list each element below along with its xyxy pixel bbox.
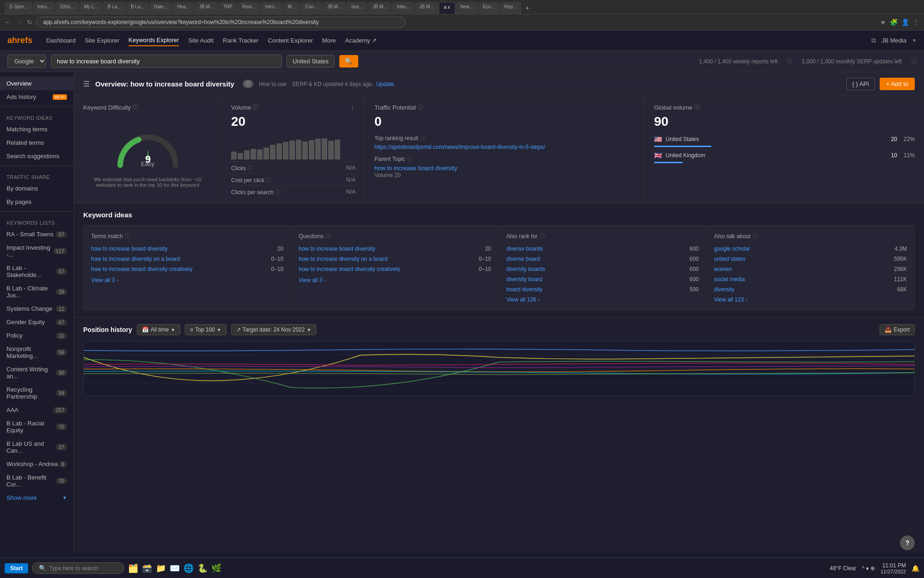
- questions-link-3[interactable]: how to increase board diversity creative…: [299, 266, 475, 272]
- terms-match-link-2[interactable]: how to increase diversity on a board: [91, 256, 268, 262]
- sidebar-item-b-lab-climate[interactable]: B Lab - Climate Jus... 39: [0, 282, 73, 302]
- browser-tab[interactable]: B La...: [126, 2, 149, 14]
- browser-tab[interactable]: Hea...: [172, 2, 194, 14]
- terms-match-link-1[interactable]: how to increase board diversity: [91, 246, 274, 252]
- sidebar-item-b-lab-us-canada[interactable]: B Lab US and Can... 27: [0, 437, 73, 457]
- nav-item-academy[interactable]: Academy ↗: [345, 35, 377, 46]
- sidebar-item-content-writing[interactable]: Content Writing an... 90: [0, 363, 73, 383]
- also-rank-link-3[interactable]: diversity boards: [507, 266, 686, 272]
- also-rank-link-4[interactable]: diversity board: [507, 276, 686, 283]
- top-100-button[interactable]: ≡ Top 100 ▼: [185, 324, 226, 335]
- browser-tab[interactable]: Intro...: [260, 2, 282, 14]
- browser-tab[interactable]: M...: [283, 2, 300, 14]
- browser-tab[interactable]: Con...: [300, 2, 322, 14]
- browser-tab[interactable]: JB M...: [323, 2, 346, 14]
- new-tab-button[interactable]: +: [522, 2, 533, 14]
- window-icon[interactable]: ⧉: [871, 37, 876, 44]
- browser-tab[interactable]: New...: [456, 2, 478, 14]
- nav-item-dashboard[interactable]: Dashboard: [46, 35, 76, 46]
- top-ranking-info-icon[interactable]: ⓘ: [420, 135, 425, 141]
- browser-tab[interactable]: don...: [347, 2, 367, 14]
- browser-tab[interactable]: Revi...: [238, 2, 260, 14]
- search-input[interactable]: [51, 55, 282, 68]
- browser-tab[interactable]: Intro...: [33, 2, 55, 14]
- browser-tab[interactable]: TRP: [219, 2, 237, 14]
- info-icon-weekly[interactable]: ⓘ: [787, 57, 792, 65]
- hamburger-icon[interactable]: ☰: [83, 80, 90, 88]
- parent-topic-info-icon[interactable]: ⓘ: [407, 156, 412, 163]
- extension-icon[interactable]: 🧩: [890, 18, 898, 26]
- show-more-button[interactable]: Show more ▼: [0, 491, 73, 504]
- also-talk-view-all[interactable]: View all 123 ›: [714, 296, 907, 303]
- add-to-button[interactable]: + Add to: [880, 78, 915, 90]
- browser-tab[interactable]: Date...: [149, 2, 172, 14]
- help-button[interactable]: ?: [900, 535, 915, 550]
- sidebar-item-related-terms[interactable]: Related terms: [0, 136, 73, 149]
- also-rank-info-icon[interactable]: ⓘ: [539, 232, 545, 240]
- volume-menu[interactable]: ⋮: [349, 104, 355, 111]
- also-rank-link-5[interactable]: board diversity: [507, 286, 686, 293]
- sidebar-item-overview[interactable]: Overview: [0, 77, 73, 90]
- nav-item-site-explorer[interactable]: Site Explorer: [85, 35, 119, 46]
- sidebar-item-matching-terms[interactable]: Matching terms: [0, 123, 73, 136]
- top-ranking-url[interactable]: https://aprioboardportal.com/news/improv…: [374, 143, 635, 151]
- questions-link-2[interactable]: how to increase diversity on a board: [299, 256, 475, 262]
- browser-tab[interactable]: Eco...: [478, 2, 499, 14]
- star-icon[interactable]: ★: [880, 18, 886, 26]
- export-button[interactable]: 📥 Export: [880, 324, 915, 335]
- browser-tab[interactable]: JB M...: [195, 2, 218, 14]
- clicks-info-icon[interactable]: ⓘ: [248, 165, 253, 172]
- sidebar-item-nonprofit-marketing[interactable]: Nonprofit Marketing... 56: [0, 342, 73, 363]
- sidebar-item-b-lab-benefit-corp[interactable]: B Lab - Benefit Cor... 70: [0, 471, 73, 491]
- also-talk-link-5[interactable]: diversity: [714, 286, 893, 293]
- browser-tab[interactable]: Rep...: [500, 2, 521, 14]
- update-link[interactable]: Update: [376, 81, 394, 87]
- sidebar-item-ads-history[interactable]: Ads history BETA: [0, 90, 73, 104]
- terms-match-info-icon[interactable]: ⓘ: [125, 232, 130, 240]
- sidebar-item-b-lab-racial-equity[interactable]: B Lab - Racial Equity 70: [0, 417, 73, 437]
- refresh-button[interactable]: ↻: [27, 18, 32, 26]
- sidebar-item-gender-equity[interactable]: Gender Equity 67: [0, 315, 73, 329]
- forward-button[interactable]: →: [16, 18, 23, 26]
- sidebar-item-by-pages[interactable]: By pages: [0, 195, 73, 209]
- parent-topic-link[interactable]: how to increase board diversity: [374, 165, 635, 172]
- sidebar-item-workshop-andrea[interactable]: Workshop - Andrea 8: [0, 457, 73, 471]
- sidebar-item-recycling-partnership[interactable]: Recycling Partnership 94: [0, 383, 73, 403]
- sidebar-item-aaa[interactable]: AAA 257: [0, 403, 73, 417]
- terms-match-view-all[interactable]: View all 3 ›: [91, 277, 283, 283]
- profile-icon[interactable]: 👤: [901, 18, 909, 26]
- questions-link-1[interactable]: how to increase board diversity: [299, 246, 481, 252]
- gv-info-icon[interactable]: ⓘ: [694, 104, 700, 111]
- also-talk-link-1[interactable]: google scholar: [714, 246, 891, 252]
- menu-icon[interactable]: ⋮: [913, 18, 919, 26]
- browser-tab[interactable]: B La...: [103, 2, 126, 14]
- also-rank-view-all[interactable]: View all 126 ›: [507, 296, 699, 303]
- nav-item-content-explorer[interactable]: Content Explorer: [268, 35, 313, 46]
- also-rank-link-1[interactable]: diverse boards: [507, 246, 686, 252]
- api-button[interactable]: { } API: [846, 78, 875, 90]
- cpc-info-icon[interactable]: ⓘ: [266, 177, 271, 184]
- sidebar-item-b-lab-stakeholders[interactable]: B Lab - Stakeholde... 57: [0, 261, 73, 282]
- sidebar-item-ra-small-towns[interactable]: RA - Small Towns 57: [0, 228, 73, 241]
- browser-tab[interactable]: JB M...: [415, 2, 438, 14]
- also-talk-link-4[interactable]: social media: [714, 276, 890, 283]
- info-icon-monthly[interactable]: ⓘ: [911, 57, 917, 65]
- browser-tab[interactable]: Inbo...: [392, 2, 414, 14]
- country-select[interactable]: United States: [287, 55, 335, 68]
- cps-info-icon[interactable]: ⓘ: [275, 189, 281, 196]
- also-talk-info-icon[interactable]: ⓘ: [752, 232, 758, 240]
- sidebar-item-impact-investing[interactable]: Impact Investing -... 117: [0, 241, 73, 261]
- tp-info-icon[interactable]: ⓘ: [418, 104, 423, 111]
- profile-label[interactable]: JB Media: [881, 35, 906, 46]
- sidebar-item-search-suggestions[interactable]: Search suggestions: [0, 149, 73, 163]
- browser-tab[interactable]: Ethic...: [55, 2, 79, 14]
- back-button[interactable]: ←: [5, 18, 12, 26]
- also-talk-link-3[interactable]: women: [714, 266, 890, 272]
- terms-match-link-3[interactable]: how to increase board diversity creative…: [91, 266, 268, 272]
- sidebar-item-systems-change[interactable]: Systems Change 11: [0, 302, 73, 315]
- how-to-use-button[interactable]: ⓘ: [243, 80, 253, 88]
- volume-info-icon[interactable]: ⓘ: [253, 104, 258, 111]
- address-bar[interactable]: app.ahrefs.com/keywords-explorer/google/…: [36, 17, 406, 28]
- target-date-button[interactable]: ↗ Target date: 24 Nov 2022 ▼: [231, 324, 317, 335]
- browser-tab[interactable]: My L...: [80, 2, 103, 14]
